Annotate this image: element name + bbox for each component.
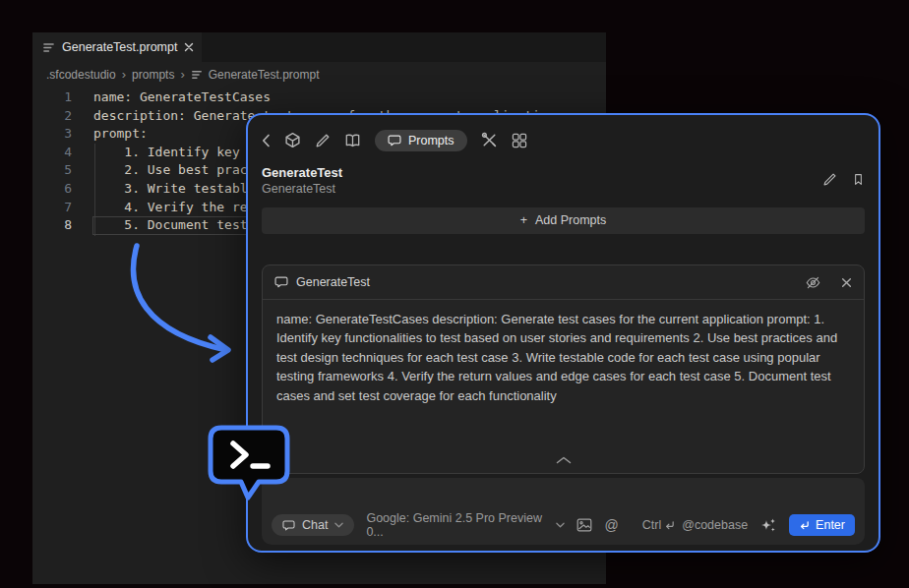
- breadcrumb-separator: ›: [180, 67, 184, 82]
- mode-label: Chat: [302, 518, 328, 532]
- package-cube-icon[interactable]: [284, 132, 301, 148]
- book-icon[interactable]: [344, 133, 361, 148]
- line-number: 5: [32, 161, 72, 180]
- line-text: prompt:: [93, 125, 148, 144]
- line-number: 1: [32, 88, 72, 107]
- attach-image-icon[interactable]: [576, 518, 592, 532]
- prompt-card-body: name: GenerateTestCases description: Gen…: [263, 300, 864, 415]
- codebase-shortcut[interactable]: Ctrl @codebase: [642, 518, 748, 532]
- line-number: 2: [32, 107, 72, 126]
- prompt-card-header: GenerateTest: [263, 265, 864, 300]
- add-prompts-button[interactable]: + Add Prompts: [262, 207, 865, 235]
- file-icon: [191, 69, 203, 81]
- editor-tab-bar: GenerateTest.prompt: [32, 32, 606, 62]
- add-prompts-label: Add Prompts: [535, 213, 606, 227]
- mode-select-chat[interactable]: Chat: [272, 514, 354, 536]
- prompt-title-row: GenerateTest GenerateTest: [262, 164, 865, 198]
- enter-button[interactable]: Enter: [789, 514, 855, 536]
- prompts-panel: Prompts GenerateTest GenerateTest + Add …: [246, 113, 880, 553]
- tab-generatetest-prompt[interactable]: GenerateTest.prompt: [32, 32, 202, 62]
- plus-icon: +: [520, 213, 527, 227]
- line-number: 4: [32, 144, 72, 162]
- pointer-arrow: [116, 234, 244, 368]
- breadcrumb-file[interactable]: GenerateTest.prompt: [209, 68, 320, 82]
- tab-title: GenerateTest.prompt: [62, 40, 177, 54]
- chat-bubble-icon: [274, 275, 288, 289]
- return-key-icon: [799, 520, 810, 531]
- chat-composer[interactable]: Chat Google: Gemini 2.5 Pro Preview 0...…: [262, 478, 865, 545]
- edit-pencil-icon[interactable]: [822, 172, 837, 187]
- panel-toolbar: Prompts: [262, 129, 865, 152]
- tab-prompts[interactable]: Prompts: [375, 130, 467, 151]
- prompt-title: GenerateTest: [262, 164, 822, 181]
- ctrl-label: Ctrl: [642, 518, 661, 532]
- breadcrumb-root[interactable]: .sfcodestudio: [46, 68, 116, 82]
- mention-at-icon[interactable]: @: [605, 517, 619, 533]
- file-icon: [42, 41, 55, 54]
- code-line[interactable]: 1name: GenerateTestCases: [32, 88, 606, 107]
- close-card-icon[interactable]: [841, 277, 852, 288]
- line-number-active: 8: [32, 216, 72, 235]
- tab-prompts-label: Prompts: [408, 134, 454, 147]
- model-select[interactable]: Google: Gemini 2.5 Pro Preview 0...: [366, 511, 564, 539]
- codebase-label: @codebase: [682, 518, 748, 532]
- line-text: name: GenerateTestCases: [93, 88, 271, 107]
- breadcrumb-separator: ›: [122, 67, 126, 82]
- return-key-icon: [664, 520, 675, 531]
- breadcrumb-folder[interactable]: prompts: [132, 68, 174, 82]
- grid-apps-icon[interactable]: [512, 133, 527, 148]
- composer-toolbar: Chat Google: Gemini 2.5 Pro Preview 0...…: [262, 509, 865, 545]
- back-chevron-icon[interactable]: [262, 134, 271, 147]
- chevron-down-icon: [556, 522, 565, 528]
- prompt-card-title: GenerateTest: [296, 275, 370, 289]
- prompt-preview-card: GenerateTest name: GenerateTestCases des…: [262, 265, 865, 474]
- breadcrumb: .sfcodestudio › prompts › GenerateTest.p…: [32, 62, 606, 87]
- line-number: 6: [32, 180, 72, 199]
- tools-icon[interactable]: [481, 132, 498, 148]
- collapse-chevron-up-icon[interactable]: [263, 456, 864, 473]
- model-label: Google: Gemini 2.5 Pro Preview 0...: [366, 511, 547, 539]
- pencil-icon[interactable]: [315, 133, 331, 148]
- chevron-down-icon: [334, 522, 343, 528]
- terminal-callout: [202, 423, 294, 509]
- eye-off-icon[interactable]: [806, 276, 820, 289]
- sparkles-icon[interactable]: [759, 516, 777, 534]
- line-number: 7: [32, 199, 72, 217]
- close-tab-icon[interactable]: [184, 42, 194, 52]
- prompt-subtitle: GenerateTest: [262, 181, 822, 198]
- chat-bubble-icon: [282, 519, 295, 532]
- chat-bubble-icon: [388, 134, 401, 147]
- bookmark-icon[interactable]: [852, 172, 865, 187]
- enter-label: Enter: [816, 518, 845, 532]
- line-number: 3: [32, 125, 72, 144]
